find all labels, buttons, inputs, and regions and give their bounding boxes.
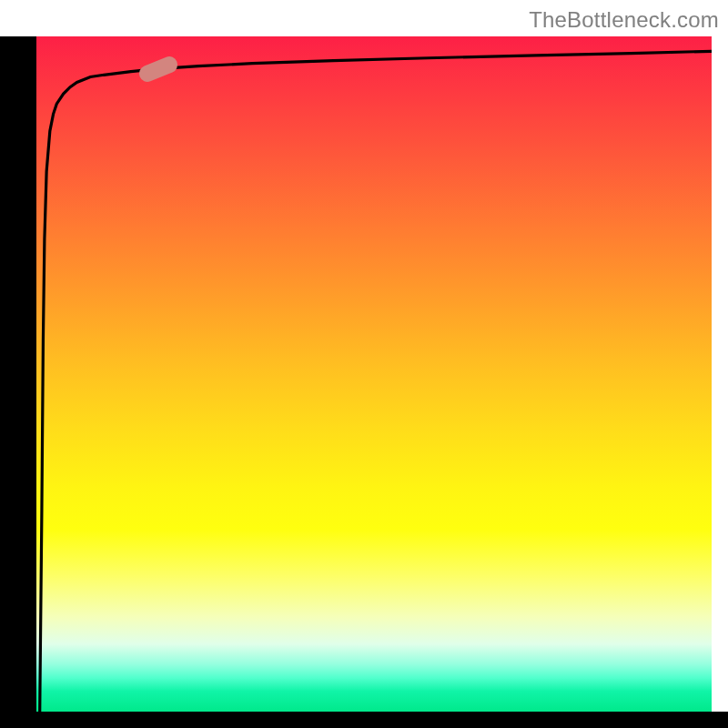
axis-left bbox=[0, 36, 36, 712]
axis-bottom bbox=[0, 712, 728, 728]
bottleneck-curve bbox=[40, 51, 712, 712]
chart-container bbox=[0, 0, 728, 728]
curve-svg bbox=[36, 36, 712, 712]
plot-area bbox=[36, 36, 712, 712]
attribution-text: TheBottleneck.com bbox=[529, 7, 719, 33]
